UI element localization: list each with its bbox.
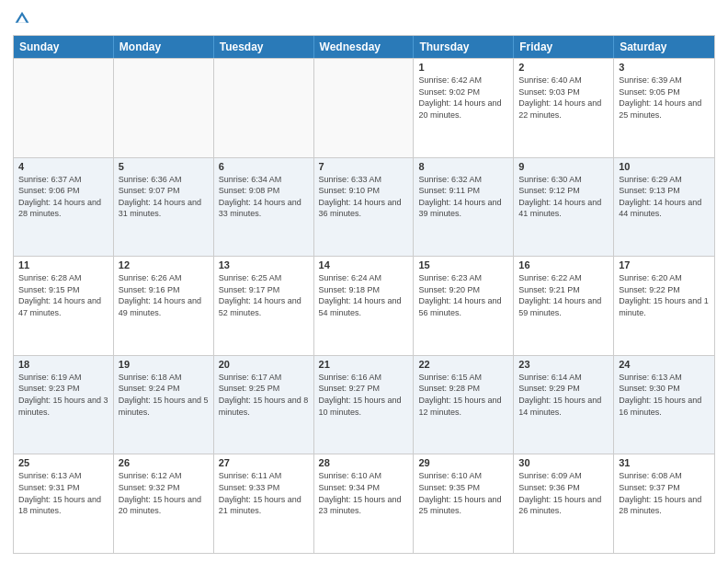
day-info: Sunrise: 6:26 AM Sunset: 9:16 PM Dayligh… [119, 272, 209, 318]
calendar: SundayMondayTuesdayWednesdayThursdayFrid… [13, 35, 715, 554]
day-info: Sunrise: 6:17 AM Sunset: 9:25 PM Dayligh… [219, 372, 309, 418]
calendar-header: SundayMondayTuesdayWednesdayThursdayFrid… [14, 36, 714, 58]
day-number: 25 [18, 457, 108, 468]
day-number: 29 [418, 457, 508, 468]
day-cell-15: 15Sunrise: 6:23 AM Sunset: 9:20 PM Dayli… [414, 257, 514, 355]
day-info: Sunrise: 6:09 AM Sunset: 9:36 PM Dayligh… [518, 470, 609, 516]
header-day-friday: Friday [514, 36, 614, 58]
day-cell-28: 28Sunrise: 6:10 AM Sunset: 9:34 PM Dayli… [314, 454, 415, 553]
day-number: 15 [418, 259, 508, 270]
day-cell-18: 18Sunrise: 6:19 AM Sunset: 9:23 PM Dayli… [14, 356, 114, 454]
calendar-row-0: 1Sunrise: 6:42 AM Sunset: 9:02 PM Daylig… [14, 58, 714, 157]
day-number: 18 [18, 359, 108, 370]
day-cell-17: 17Sunrise: 6:20 AM Sunset: 9:22 PM Dayli… [614, 257, 714, 355]
day-number: 12 [119, 259, 209, 270]
day-number: 6 [219, 161, 309, 172]
day-cell-24: 24Sunrise: 6:13 AM Sunset: 9:30 PM Dayli… [614, 356, 714, 454]
day-info: Sunrise: 6:10 AM Sunset: 9:34 PM Dayligh… [319, 470, 409, 516]
day-cell-19: 19Sunrise: 6:18 AM Sunset: 9:24 PM Dayli… [114, 356, 214, 454]
day-info: Sunrise: 6:34 AM Sunset: 9:08 PM Dayligh… [219, 174, 309, 220]
logo [13, 9, 35, 28]
day-cell-26: 26Sunrise: 6:12 AM Sunset: 9:32 PM Dayli… [114, 454, 214, 553]
header-day-tuesday: Tuesday [214, 36, 314, 58]
day-number: 9 [518, 161, 609, 172]
day-cell-6: 6Sunrise: 6:34 AM Sunset: 9:08 PM Daylig… [214, 158, 314, 257]
calendar-body: 1Sunrise: 6:42 AM Sunset: 9:02 PM Daylig… [14, 58, 714, 553]
day-info: Sunrise: 6:18 AM Sunset: 9:24 PM Dayligh… [119, 372, 209, 418]
day-info: Sunrise: 6:24 AM Sunset: 9:18 PM Dayligh… [319, 272, 409, 318]
day-info: Sunrise: 6:37 AM Sunset: 9:06 PM Dayligh… [18, 174, 108, 220]
day-number: 19 [119, 359, 209, 370]
day-cell-7: 7Sunrise: 6:33 AM Sunset: 9:10 PM Daylig… [314, 158, 415, 257]
day-cell-13: 13Sunrise: 6:25 AM Sunset: 9:17 PM Dayli… [214, 257, 314, 355]
page: SundayMondayTuesdayWednesdayThursdayFrid… [0, 0, 728, 563]
day-number: 27 [219, 457, 309, 468]
day-number: 17 [619, 259, 710, 270]
empty-cell [314, 59, 415, 157]
day-number: 16 [518, 259, 609, 270]
day-number: 5 [119, 161, 209, 172]
day-cell-22: 22Sunrise: 6:15 AM Sunset: 9:28 PM Dayli… [414, 356, 514, 454]
day-cell-23: 23Sunrise: 6:14 AM Sunset: 9:29 PM Dayli… [514, 356, 614, 454]
day-number: 22 [418, 359, 508, 370]
day-cell-30: 30Sunrise: 6:09 AM Sunset: 9:36 PM Dayli… [514, 454, 614, 553]
day-info: Sunrise: 6:10 AM Sunset: 9:35 PM Dayligh… [418, 470, 508, 516]
day-number: 2 [518, 62, 609, 73]
day-cell-14: 14Sunrise: 6:24 AM Sunset: 9:18 PM Dayli… [314, 257, 415, 355]
day-number: 13 [219, 259, 309, 270]
day-info: Sunrise: 6:42 AM Sunset: 9:02 PM Dayligh… [418, 75, 508, 121]
day-cell-1: 1Sunrise: 6:42 AM Sunset: 9:02 PM Daylig… [414, 59, 514, 157]
header-day-wednesday: Wednesday [314, 36, 415, 58]
day-cell-21: 21Sunrise: 6:16 AM Sunset: 9:27 PM Dayli… [314, 356, 415, 454]
calendar-row-4: 25Sunrise: 6:13 AM Sunset: 9:31 PM Dayli… [14, 454, 714, 553]
day-info: Sunrise: 6:14 AM Sunset: 9:29 PM Dayligh… [518, 372, 609, 418]
calendar-row-2: 11Sunrise: 6:28 AM Sunset: 9:15 PM Dayli… [14, 256, 714, 355]
day-info: Sunrise: 6:13 AM Sunset: 9:31 PM Dayligh… [18, 470, 108, 516]
day-number: 7 [319, 161, 409, 172]
day-cell-10: 10Sunrise: 6:29 AM Sunset: 9:13 PM Dayli… [614, 158, 714, 257]
day-number: 4 [18, 161, 108, 172]
day-cell-20: 20Sunrise: 6:17 AM Sunset: 9:25 PM Dayli… [214, 356, 314, 454]
day-number: 21 [319, 359, 409, 370]
logo-icon [13, 9, 31, 28]
day-info: Sunrise: 6:15 AM Sunset: 9:28 PM Dayligh… [418, 372, 508, 418]
day-info: Sunrise: 6:08 AM Sunset: 9:37 PM Dayligh… [619, 470, 710, 516]
day-cell-11: 11Sunrise: 6:28 AM Sunset: 9:15 PM Dayli… [14, 257, 114, 355]
day-number: 1 [418, 62, 508, 73]
calendar-row-3: 18Sunrise: 6:19 AM Sunset: 9:23 PM Dayli… [14, 355, 714, 454]
day-cell-31: 31Sunrise: 6:08 AM Sunset: 9:37 PM Dayli… [614, 454, 714, 553]
day-number: 23 [518, 359, 609, 370]
day-number: 8 [418, 161, 508, 172]
day-number: 26 [119, 457, 209, 468]
header-day-thursday: Thursday [414, 36, 514, 58]
day-cell-27: 27Sunrise: 6:11 AM Sunset: 9:33 PM Dayli… [214, 454, 314, 553]
day-info: Sunrise: 6:36 AM Sunset: 9:07 PM Dayligh… [119, 174, 209, 220]
day-info: Sunrise: 6:25 AM Sunset: 9:17 PM Dayligh… [219, 272, 309, 318]
day-info: Sunrise: 6:29 AM Sunset: 9:13 PM Dayligh… [619, 174, 710, 220]
day-info: Sunrise: 6:23 AM Sunset: 9:20 PM Dayligh… [418, 272, 508, 318]
header [13, 9, 715, 28]
day-cell-5: 5Sunrise: 6:36 AM Sunset: 9:07 PM Daylig… [114, 158, 214, 257]
day-info: Sunrise: 6:13 AM Sunset: 9:30 PM Dayligh… [619, 372, 710, 418]
day-cell-16: 16Sunrise: 6:22 AM Sunset: 9:21 PM Dayli… [514, 257, 614, 355]
header-day-monday: Monday [114, 36, 214, 58]
day-number: 31 [619, 457, 710, 468]
day-number: 30 [518, 457, 609, 468]
day-cell-9: 9Sunrise: 6:30 AM Sunset: 9:12 PM Daylig… [514, 158, 614, 257]
header-day-saturday: Saturday [614, 36, 714, 58]
day-info: Sunrise: 6:40 AM Sunset: 9:03 PM Dayligh… [518, 75, 609, 121]
day-number: 3 [619, 62, 710, 73]
day-info: Sunrise: 6:28 AM Sunset: 9:15 PM Dayligh… [18, 272, 108, 318]
day-number: 11 [18, 259, 108, 270]
day-info: Sunrise: 6:12 AM Sunset: 9:32 PM Dayligh… [119, 470, 209, 516]
day-number: 28 [319, 457, 409, 468]
header-day-sunday: Sunday [14, 36, 114, 58]
day-cell-4: 4Sunrise: 6:37 AM Sunset: 9:06 PM Daylig… [14, 158, 114, 257]
day-cell-25: 25Sunrise: 6:13 AM Sunset: 9:31 PM Dayli… [14, 454, 114, 553]
empty-cell [14, 59, 114, 157]
day-info: Sunrise: 6:22 AM Sunset: 9:21 PM Dayligh… [518, 272, 609, 318]
day-info: Sunrise: 6:32 AM Sunset: 9:11 PM Dayligh… [418, 174, 508, 220]
day-info: Sunrise: 6:11 AM Sunset: 9:33 PM Dayligh… [219, 470, 309, 516]
day-info: Sunrise: 6:33 AM Sunset: 9:10 PM Dayligh… [319, 174, 409, 220]
day-cell-2: 2Sunrise: 6:40 AM Sunset: 9:03 PM Daylig… [514, 59, 614, 157]
